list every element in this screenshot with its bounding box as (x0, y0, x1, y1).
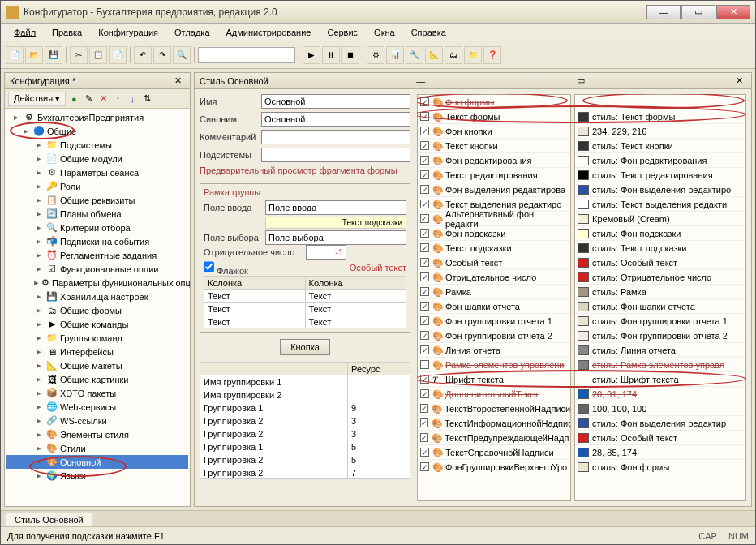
style-value[interactable]: стиль: Фон шапки отчета (575, 299, 745, 314)
tree-item[interactable]: ▸🔄Планы обмена (6, 207, 188, 221)
style-item[interactable]: ✓🎨Текст формы (418, 109, 570, 124)
tb-btn-e[interactable]: 📊 (386, 46, 404, 64)
menu-service[interactable]: Сервис (320, 25, 364, 40)
pt-add-icon[interactable]: ● (67, 92, 80, 105)
style-item[interactable]: ✓🎨Текст редактирования (418, 168, 570, 182)
tree-item[interactable]: ▸📋Общие реквизиты (6, 193, 188, 207)
style-value[interactable]: стиль: Отрицательное число (575, 270, 745, 285)
tree-item[interactable]: ▸⚙Параметры функциональных опц (6, 276, 188, 290)
tree-item[interactable]: ▸📁Подсистемы (6, 138, 188, 152)
tb-btn-j[interactable]: ❓ (483, 46, 501, 64)
flag-checkbox[interactable]: Флажок (204, 260, 260, 276)
tree-item[interactable]: ▸💾Хранилища настроек (6, 290, 188, 303)
panel-max-icon[interactable]: ▭ (573, 75, 588, 86)
style-item[interactable]: ✓🎨ТекстСправочнойНадписи (418, 445, 570, 460)
style-values-list[interactable]: стиль: Текст формы234, 229, 216стиль: Те… (574, 94, 746, 501)
tree-item[interactable]: ▸⚙Параметры сеанса (6, 165, 188, 179)
style-value[interactable]: стиль: Рамка элементов управл (575, 358, 745, 372)
style-item[interactable]: ✓🎨ТекстИнформационнойНадпис (418, 416, 570, 431)
pt-sort-icon[interactable]: ⇅ (140, 92, 153, 105)
tb-paste-icon[interactable]: 📄 (109, 46, 127, 64)
tb-btn-i[interactable]: 📁 (464, 46, 482, 64)
style-value[interactable]: стиль: Фон группировки отчета 1 (575, 314, 745, 328)
tree-item[interactable]: ▸🔗WS-ссылки (6, 414, 188, 427)
style-item[interactable]: ✓🎨Фон группировки отчета 2 (418, 328, 570, 343)
style-item[interactable]: ✓🎨Фон группировки отчета 1 (418, 314, 570, 328)
style-value[interactable]: Кремовый (Cream) (575, 212, 745, 226)
tb-btn-f[interactable]: 🔧 (406, 46, 423, 64)
style-value[interactable]: стиль: Фон формы (575, 460, 745, 474)
style-value[interactable]: стиль: Текст кнопки (575, 139, 745, 153)
style-value[interactable]: стиль: Текст редактирования (575, 168, 745, 182)
style-item[interactable]: ✓🎨ТекстВторостепеннойНадписи (418, 401, 570, 416)
pt-up-icon[interactable]: ↑ (111, 92, 124, 105)
style-value[interactable]: стиль: Фон группировки отчета 2 (575, 328, 745, 343)
tb-btn-b[interactable]: ⏸ (322, 46, 340, 64)
tree-item[interactable]: ▸▶Общие команды (6, 317, 188, 331)
neg-input[interactable] (306, 245, 346, 260)
style-value[interactable]: стиль: Фон редактирования (575, 153, 745, 168)
style-item[interactable]: ✓🎨Фон шапки отчета (418, 299, 570, 314)
tb-save-icon[interactable]: 💾 (45, 46, 62, 64)
config-tree[interactable]: ▸⚙БухгалтерияПредприятия▸🔵Общие▸📁Подсист… (5, 109, 190, 506)
style-value[interactable]: стиль: Фон подсказки (575, 226, 745, 241)
style-item[interactable]: ✓🎨Рамка (418, 285, 570, 299)
pt-del-icon[interactable]: ✕ (97, 92, 110, 105)
comment-input[interactable] (261, 130, 410, 144)
tree-item[interactable]: ▸🗂Общие формы (6, 303, 188, 317)
style-item[interactable]: ✓🎨Текст кнопки (418, 139, 570, 153)
style-value[interactable]: 100, 100, 100 (575, 401, 745, 416)
columns-table[interactable]: КолонкаКолонкаТекстТекстТекстТекстТекстТ… (204, 276, 406, 328)
tree-item[interactable]: ▸🔵Общие (6, 124, 188, 138)
tb-redo-icon[interactable]: ↷ (153, 46, 171, 64)
tree-item[interactable]: ▸📬Подписки на события (6, 234, 188, 248)
style-item[interactable]: ✓🎨Текст подсказки (418, 241, 570, 255)
tree-item[interactable]: ▸📐Общие макеты (6, 358, 188, 372)
style-item[interactable]: ✓🎨Фон подсказки (418, 226, 570, 241)
tree-item[interactable]: ▸🔑Роли (6, 179, 188, 193)
panel-minimize-icon[interactable]: — (413, 76, 428, 86)
style-item[interactable]: ✓🎨Фон кнопки (418, 124, 570, 139)
style-item[interactable]: ✓𝑇Шрифт текста (418, 372, 570, 387)
style-value[interactable]: стиль: Текст подсказки (575, 241, 745, 255)
style-item[interactable]: ✓🎨Особый текст (418, 255, 570, 270)
style-item[interactable]: ✓🎨Фон формы (418, 95, 570, 109)
tree-item[interactable]: ▸📁Группы команд (6, 331, 188, 345)
tb-btn-h[interactable]: 🗂 (445, 46, 462, 64)
style-item[interactable]: ✓🎨Отрицательное число (418, 270, 570, 285)
style-value[interactable]: стиль: Особый текст (575, 255, 745, 270)
style-value[interactable]: стиль: Текст формы (575, 109, 745, 124)
tb-undo-icon[interactable]: ↶ (134, 46, 152, 64)
subsys-input[interactable] (261, 148, 410, 162)
close-button[interactable]: ✕ (716, 5, 750, 19)
style-value[interactable]: 20, 91, 174 (575, 387, 745, 401)
minimize-button[interactable]: — (646, 5, 681, 19)
style-value[interactable]: стиль: Рамка (575, 285, 745, 299)
style-value[interactable]: стиль: Текст выделения редакти (575, 197, 745, 212)
style-value[interactable] (575, 95, 745, 109)
tree-item[interactable]: ▸🎨Основной (6, 455, 188, 469)
tb-open-icon[interactable]: 📂 (25, 46, 43, 64)
style-value[interactable]: 234, 229, 216 (575, 124, 745, 139)
tree-item[interactable]: ▸🌍Языки (6, 469, 188, 483)
tb-btn-g[interactable]: 📐 (425, 46, 443, 64)
menu-file[interactable]: Файл (7, 25, 42, 40)
tree-item[interactable]: ▸☑Функциональные опции (6, 262, 188, 276)
style-item[interactable]: ✓🎨Линия отчета (418, 343, 570, 358)
syn-input[interactable] (261, 112, 410, 127)
style-value[interactable]: стиль: Фон выделения редактир (575, 416, 745, 431)
tb-cut-icon[interactable]: ✂ (70, 46, 88, 64)
style-value[interactable]: стиль: Особый текст (575, 431, 745, 445)
style-item[interactable]: ✓🎨ДополнительныйТекст (418, 387, 570, 401)
sample-input[interactable] (265, 200, 406, 215)
menu-edit[interactable]: Правка (45, 25, 88, 40)
tree-item[interactable]: ▸🔍Критерии отбора (6, 221, 188, 234)
tb-btn-d[interactable]: ⚙ (367, 46, 384, 64)
grouping-table[interactable]: РесурсИмя группировки 1Имя группировки 2… (200, 362, 410, 479)
style-item[interactable]: ✓🎨Альтернативный фон редакти (418, 212, 570, 226)
style-names-list[interactable]: ✓🎨Фон формы✓🎨Текст формы✓🎨Фон кнопки✓🎨Те… (417, 94, 571, 501)
tree-item[interactable]: ▸🖥Интерфейсы (6, 345, 188, 358)
menu-config[interactable]: Конфигурация (92, 25, 165, 40)
maximize-button[interactable]: ▭ (681, 5, 715, 19)
tab-style[interactable]: Стиль Основной (6, 513, 92, 526)
